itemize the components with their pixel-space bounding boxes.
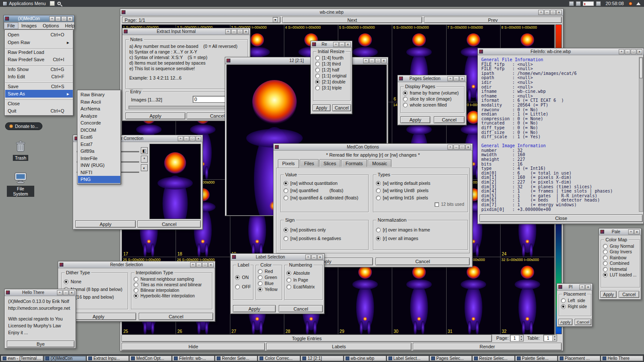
apply-button[interactable]: Apply (313, 104, 331, 111)
radio-option[interactable]: Hyperbolic-filter interpolation (134, 294, 210, 298)
radio-option[interactable]: Right side (561, 304, 589, 309)
radio-option[interactable]: [w] writing Uint8 pixels (376, 188, 465, 193)
maximize-button[interactable] (459, 145, 465, 150)
minimize-button[interactable] (339, 42, 345, 47)
notes-icon[interactable] (50, 1, 55, 6)
stick-button[interactable] (538, 10, 544, 15)
menu-item[interactable]: Raw Ascii (78, 98, 120, 106)
frame-cell[interactable]: 30 S=00s000 I=00s000 30 (392, 257, 446, 335)
network-icon[interactable] (596, 1, 601, 6)
maximize-button[interactable] (631, 49, 636, 54)
radio-option[interactable]: whole screen filled (403, 102, 462, 107)
close-button[interactable] (585, 285, 591, 290)
radio-option[interactable]: Tiles as mix nearest and bilinear (134, 282, 210, 287)
hide-button[interactable]: Hide (122, 343, 265, 350)
cancel-button[interactable]: Cancel (137, 220, 201, 228)
cancel-button[interactable]: Cancel (279, 305, 323, 312)
radio-option[interactable]: [rw] quantified & calibrated (floats) (283, 195, 366, 200)
dropdown-arrow-icon[interactable]: ▼ (273, 17, 278, 23)
radio-option[interactable]: None (64, 279, 125, 284)
minimize-button[interactable] (63, 290, 69, 295)
maximize-button[interactable] (550, 10, 556, 15)
tab[interactable]: Pixels (278, 159, 299, 168)
close-button[interactable] (208, 262, 214, 267)
radio-option[interactable]: [r] over images in frame (376, 227, 465, 232)
medcon-titlebar[interactable]: (X)MedCon (4, 15, 74, 22)
taskbar-item[interactable]: MedCon Opt... (129, 356, 172, 361)
radio-option[interactable]: LUT loaded ... (603, 273, 638, 277)
menu-item[interactable]: Concorde (78, 119, 120, 127)
next-button[interactable]: Next (282, 17, 422, 23)
dialog-titlebar[interactable]: Label Selection (231, 254, 324, 261)
menu-item[interactable]: Quit Ctrl+Q (5, 107, 73, 115)
stick-button[interactable] (178, 136, 183, 141)
stick-button[interactable] (49, 16, 55, 21)
minimize-button[interactable] (544, 10, 550, 15)
radio-option[interactable]: frame by frame (volume) (403, 90, 462, 95)
dialog-titlebar[interactable]: Pl (557, 284, 592, 291)
tab[interactable]: Slices (319, 159, 340, 167)
invert-icon[interactable]: ◧ (141, 147, 148, 154)
taskbar-item[interactable]: ewn - [Terminal - ... (1, 356, 43, 361)
radio-option[interactable]: [1:4] fourth (315, 55, 349, 60)
taskbar-item[interactable]: 12 [2:1] (301, 356, 343, 361)
taskbar-item[interactable]: Render Sele... (215, 356, 257, 361)
display-icon[interactable] (576, 1, 581, 6)
stick-button[interactable] (619, 49, 624, 54)
menu-item[interactable]: Open Raw (5, 39, 73, 46)
menu-item[interactable]: DICOM (78, 127, 120, 134)
close-button[interactable] (556, 10, 562, 15)
taskbar-item[interactable]: wb-cine.wbp (344, 356, 386, 361)
minimize-button[interactable] (196, 262, 202, 267)
menu-item[interactable]: InterFile (78, 155, 120, 162)
taskbar-item[interactable]: Resize Selec... (472, 356, 515, 361)
dialog-titlebar[interactable]: Hello There (5, 289, 76, 296)
bye-button[interactable]: Bye (7, 341, 75, 347)
tab[interactable]: Mosaic (368, 159, 391, 167)
radio-option[interactable]: [rw] without quantitation (283, 181, 366, 186)
cancel-button[interactable]: Cancel (332, 104, 351, 111)
apply-button[interactable]: Apply (558, 319, 572, 325)
maximize-button[interactable] (202, 262, 208, 267)
menu-item[interactable]: AcrNema (78, 105, 120, 113)
filesystem-desktop-icon[interactable]: File System (7, 172, 34, 197)
cpu-graph-icon[interactable] (583, 1, 594, 6)
apply-button[interactable]: Apply (600, 291, 617, 298)
minimize-button[interactable] (184, 136, 189, 141)
close-button[interactable] (345, 42, 351, 47)
radio-option[interactable]: [3:1] triple (315, 85, 349, 90)
frame-cell[interactable]: 29 S=00s000 I=00s000 29 (338, 257, 392, 335)
close-button[interactable] (465, 145, 471, 150)
stick-button[interactable] (579, 285, 585, 290)
taskbar-item[interactable]: Hello There (601, 356, 643, 361)
radio-option[interactable]: Blue (258, 281, 280, 286)
spinner-arrows-icon[interactable]: ▲▼ (519, 335, 523, 341)
menu-item[interactable]: NIFTI (78, 169, 120, 176)
close-button[interactable] (634, 229, 640, 234)
radio-option[interactable]: [rw] quantified (floats) (283, 188, 366, 193)
cancel-button[interactable]: Cancel (575, 319, 591, 325)
radio-option[interactable]: Left side (561, 298, 589, 303)
cancel-button[interactable]: Cancel (376, 258, 470, 265)
radio-option[interactable]: Red (258, 269, 280, 274)
radio-option[interactable]: Green (258, 275, 280, 280)
stick-button[interactable] (333, 42, 339, 47)
dialog-titlebar[interactable]: MedCon Options (274, 144, 472, 151)
minimize-button[interactable] (369, 58, 375, 63)
radio-option[interactable]: Hotmetal (603, 267, 638, 272)
taskbar-item[interactable]: (X)MedCon (44, 356, 86, 361)
stick-button[interactable] (57, 290, 63, 295)
close-fileinfo-button[interactable]: Close (480, 214, 643, 222)
apply-button[interactable]: Apply (75, 220, 136, 228)
radio-option[interactable]: ON (235, 275, 251, 280)
prev-button[interactable]: Prev (424, 17, 562, 23)
menu-item[interactable]: Raw Predef Load (5, 48, 73, 56)
radio-option[interactable]: Rainbow (603, 255, 638, 260)
radio-option[interactable]: Ecat/Matrix (286, 285, 321, 289)
apply-button[interactable]: Apply (125, 113, 185, 119)
menu-item[interactable]: Gif89a (78, 148, 120, 155)
radio-option[interactable]: In Page (286, 278, 321, 282)
menu-item[interactable]: Analyze (78, 113, 120, 120)
cancel-button[interactable]: Cancel (139, 313, 213, 320)
taskbar-item[interactable]: Palette Sele... (515, 356, 558, 361)
